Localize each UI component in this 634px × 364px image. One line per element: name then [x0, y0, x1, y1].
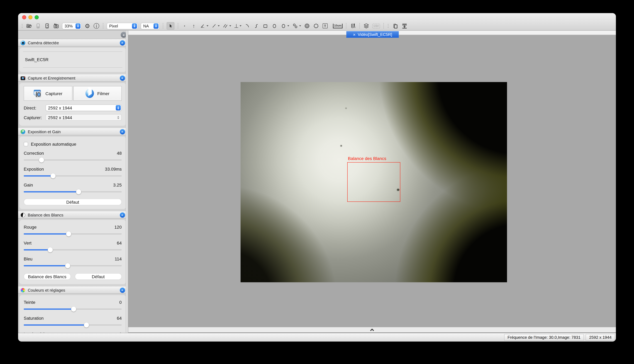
- section-header-colors[interactable]: Couleurs et réglages «: [18, 286, 128, 294]
- slider-thumb[interactable]: [48, 247, 53, 252]
- slider-label: Saturation: [24, 316, 44, 321]
- slider-thumb[interactable]: [50, 173, 56, 178]
- live-resolution-select[interactable]: 2592 x 1944: [46, 104, 122, 111]
- video-tab[interactable]: × Vidéo[Swift_EC5R]: [346, 31, 399, 38]
- tab-close-icon[interactable]: ×: [353, 32, 356, 37]
- measure-tools-button[interactable]: [350, 22, 356, 30]
- frame-info-status: Fréquence de l'Image: 30.0,Image: 7831: [504, 334, 584, 340]
- arrow-tool-button[interactable]: ↑: [191, 22, 197, 30]
- exposure-default-button[interactable]: Défaut: [24, 199, 122, 205]
- bottom-panel-reveal-strip[interactable]: [128, 327, 616, 333]
- duplicate-button[interactable]: [392, 22, 398, 30]
- correction-slider[interactable]: [24, 157, 122, 162]
- gear-icon: ⚙: [85, 23, 90, 29]
- rectangle-tool-button[interactable]: [262, 22, 269, 30]
- open-file-button[interactable]: [26, 22, 32, 30]
- zoom-level-select[interactable]: 33%: [62, 22, 82, 29]
- layers-button[interactable]: [363, 22, 370, 30]
- live-video-image[interactable]: Balance des Blancs: [240, 82, 507, 282]
- ellipse-tool-button[interactable]: [272, 22, 278, 30]
- traffic-lights: [22, 15, 39, 19]
- two-circles-tool-button[interactable]: [292, 22, 301, 30]
- info-button[interactable]: ⓘ: [93, 22, 100, 30]
- window-header: 33% ⚙ ⓘ Pixel NA: [18, 13, 616, 30]
- blue-slider[interactable]: [24, 263, 122, 268]
- scalebar-tool-button[interactable]: 10um: [333, 22, 343, 30]
- saturation-slider[interactable]: [24, 322, 122, 328]
- section-header-camera[interactable]: Caméra détectée «: [18, 39, 128, 46]
- annulus-tool-button[interactable]: [304, 22, 310, 30]
- sidebar-scrollbar-track[interactable]: [126, 30, 128, 333]
- section-header-capture[interactable]: Capture et Enregistrement «: [18, 74, 128, 82]
- copy-icon: [392, 22, 398, 29]
- slider-thumb[interactable]: [84, 322, 89, 327]
- main-toolbar: 33% ⚙ ⓘ Pixel NA: [18, 21, 616, 30]
- section-collapse-button[interactable]: «: [120, 75, 125, 81]
- curve-tool-button[interactable]: [253, 22, 260, 30]
- video-canvas-area[interactable]: × Vidéo[Swift_EC5R] Balance des Blancs: [128, 30, 616, 333]
- capture-photo-button[interactable]: Capturer: [24, 86, 72, 101]
- point-tool-button[interactable]: ·: [182, 22, 188, 30]
- section-collapse-button[interactable]: «: [120, 129, 125, 134]
- toolbar-separator: [346, 23, 346, 29]
- flatten-icon: [401, 22, 408, 29]
- auto-exposure-checkbox[interactable]: [24, 142, 28, 146]
- titlebar[interactable]: [18, 13, 616, 21]
- slider-value: 48: [117, 151, 122, 156]
- record-video-button[interactable]: Filmer: [73, 86, 122, 101]
- white-balance-roi-rectangle[interactable]: [347, 162, 400, 202]
- export-csv-button[interactable]: CSV: [372, 22, 380, 30]
- white-balance-section-body: Rouge 120 Vert 64 Bleu 114: [19, 220, 126, 284]
- red-slider[interactable]: [24, 231, 122, 236]
- slider-label: Gain: [24, 182, 33, 188]
- unit-select[interactable]: Pixel: [107, 22, 138, 29]
- tool-dropdown-caret: [299, 25, 301, 26]
- settings-button[interactable]: ⚙: [84, 22, 90, 30]
- snap-resolution-select[interactable]: 2592 x 1944: [46, 114, 122, 121]
- slider-thumb[interactable]: [71, 306, 76, 312]
- section-header-white-balance[interactable]: Balance des Blancs «: [18, 211, 128, 219]
- section-collapse-button[interactable]: «: [120, 288, 125, 293]
- section-collapse-button[interactable]: «: [120, 40, 125, 46]
- flatten-export-button[interactable]: [401, 22, 408, 30]
- hue-slider[interactable]: [24, 306, 122, 312]
- green-slider[interactable]: [24, 247, 122, 252]
- minimize-window-button[interactable]: [28, 15, 32, 19]
- polygon-tool-button[interactable]: [313, 22, 319, 30]
- pointer-tool-button[interactable]: [166, 22, 174, 30]
- parallel-lines-tool-button[interactable]: [222, 22, 231, 30]
- camera-device-item[interactable]: Swift_EC5R: [23, 52, 122, 68]
- text-tool-button[interactable]: T: [322, 22, 328, 30]
- section-collapse-button[interactable]: «: [120, 212, 125, 218]
- zoom-window-button[interactable]: [35, 15, 39, 19]
- angle-tool-button[interactable]: [200, 22, 208, 30]
- rotated-ellipse-tool-button[interactable]: [280, 22, 289, 30]
- slider-thumb[interactable]: [65, 263, 70, 268]
- csv-icon: CSV: [372, 24, 380, 28]
- section-header-exposure[interactable]: Exposition et Gain «: [18, 128, 128, 135]
- toolbar-drag-handle: [388, 24, 388, 28]
- na-select[interactable]: NA: [141, 22, 160, 29]
- slider-label: Vert: [24, 240, 32, 246]
- gain-slider[interactable]: [24, 189, 122, 194]
- white-balance-default-button[interactable]: Défaut: [75, 273, 122, 280]
- perpendicular-tool-button[interactable]: ⊥: [234, 22, 242, 30]
- line-tool-button[interactable]: [211, 22, 220, 30]
- flash-capture-button[interactable]: [44, 22, 50, 30]
- arc-tool-button[interactable]: [244, 22, 250, 30]
- white-balance-button[interactable]: Balance des Blancs: [24, 273, 71, 280]
- sidebar-top-bar: «: [18, 30, 128, 39]
- slider-thumb[interactable]: [76, 189, 81, 194]
- colors-section-body: Teinte 0 Saturation 64 Luminosité: [19, 295, 126, 333]
- exposure-icon: [20, 129, 25, 134]
- timed-capture-button[interactable]: [53, 22, 59, 30]
- exposure-time-slider[interactable]: [24, 173, 122, 178]
- save-button[interactable]: [35, 22, 41, 30]
- slider-value: 120: [114, 224, 122, 230]
- slider-value: 3.25: [113, 182, 122, 188]
- section-title: Capture et Enregistrement: [28, 76, 75, 80]
- tool-dropdown-caret: [240, 25, 242, 26]
- close-window-button[interactable]: [22, 15, 26, 19]
- slider-thumb[interactable]: [66, 231, 71, 236]
- slider-thumb[interactable]: [39, 157, 44, 162]
